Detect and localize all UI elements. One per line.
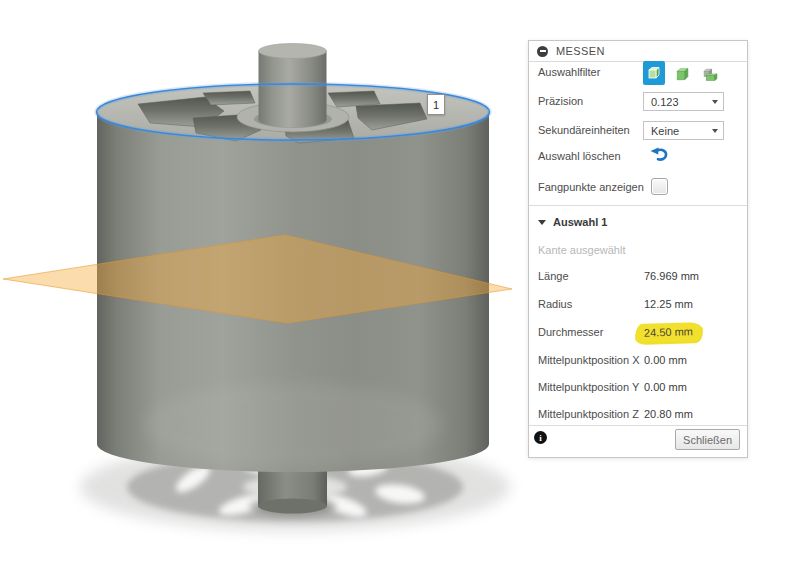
cube-icon <box>674 66 691 83</box>
clear-selection-label: Auswahl löschen <box>538 150 621 162</box>
measure-value-durchmesser: 24.50 mm <box>644 326 693 338</box>
selection-status: Kante ausgewählt <box>538 244 625 256</box>
measure-label-mittelpunkt-x: Mittelpunktposition X <box>538 354 640 366</box>
panel-title: MESSEN <box>556 45 605 57</box>
precision-label: Präzision <box>538 95 583 107</box>
fusion-viewport: 1 MESSEN Auswahlfilter <box>0 0 800 562</box>
selection-section-header[interactable]: Auswahl 1 <box>538 216 607 228</box>
secondary-units-select[interactable]: Keine <box>643 121 724 140</box>
measure-value-mittelpunkt-z: 20.80 mm <box>644 408 693 420</box>
messen-panel: MESSEN Auswahlfilter <box>528 40 748 458</box>
measure-label-mittelpunkt-z: Mittelpunktposition Z <box>538 408 639 420</box>
precision-value: 0.123 <box>651 96 712 108</box>
secondary-units-value: Keine <box>651 125 712 137</box>
face-filter-button[interactable] <box>672 64 693 85</box>
measure-label-durchmesser: Durchmesser <box>538 326 603 338</box>
body-filter-button[interactable] <box>643 61 665 85</box>
selection-filter-group <box>643 61 721 85</box>
footer-divider <box>529 425 747 426</box>
component-filter-button[interactable] <box>700 64 721 85</box>
chevron-down-icon <box>712 129 718 133</box>
measure-value-mittelpunkt-x: 0.00 mm <box>644 354 687 366</box>
section-divider <box>529 205 747 206</box>
precision-select[interactable]: 0.123 <box>643 92 724 111</box>
panel-header: MESSEN <box>529 41 747 62</box>
component-icon <box>702 66 719 83</box>
snap-points-label: Fangpunkte anzeigen <box>538 181 644 193</box>
selection-filter-label: Auswahlfilter <box>538 66 600 78</box>
secondary-units-label: Sekundäreinheiten <box>538 124 630 136</box>
measure-value-laenge: 76.969 mm <box>644 270 699 282</box>
measure-value-mittelpunkt-y: 0.00 mm <box>644 381 687 393</box>
collapse-icon[interactable] <box>537 46 548 57</box>
measure-label-radius: Radius <box>538 298 572 310</box>
cube-selected-icon <box>646 65 662 81</box>
clear-selection-button[interactable] <box>650 147 670 163</box>
triangle-down-icon <box>538 220 546 225</box>
undo-arrow-icon <box>650 147 669 163</box>
chevron-down-icon <box>712 100 718 104</box>
measure-label-laenge: Länge <box>538 270 569 282</box>
close-button[interactable]: Schließen <box>675 429 740 450</box>
measure-label-mittelpunkt-y: Mittelpunktposition Y <box>538 381 639 393</box>
measure-value-radius: 12.25 mm <box>644 298 693 310</box>
selection-badge: 1 <box>427 94 445 115</box>
marker-highlight: 24.50 mm <box>636 322 702 343</box>
snap-points-checkbox[interactable] <box>651 178 668 195</box>
info-icon[interactable]: i <box>534 431 547 444</box>
selection-section-title: Auswahl 1 <box>553 216 607 228</box>
